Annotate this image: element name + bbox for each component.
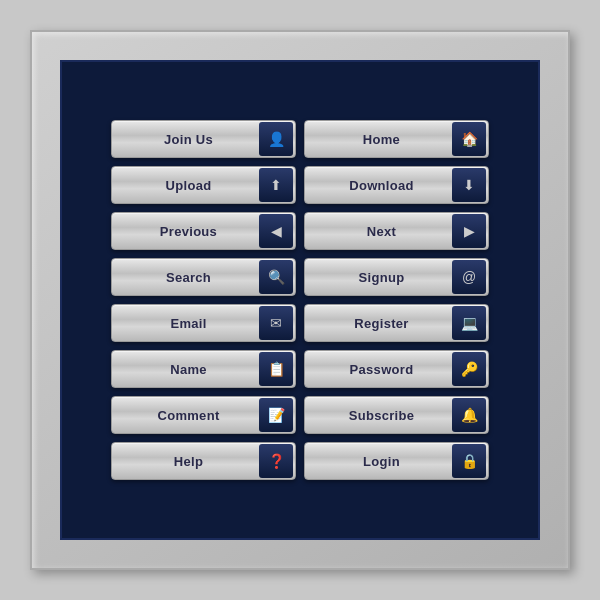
home-icon: 🏠 <box>452 122 486 156</box>
help-icon: ❓ <box>259 444 293 478</box>
next-label: Next <box>313 224 450 239</box>
upload-label: Upload <box>120 178 257 193</box>
email-icon: ✉ <box>259 306 293 340</box>
password-button[interactable]: Password🔑 <box>304 350 489 388</box>
join-us-icon: 👤 <box>259 122 293 156</box>
home-label: Home <box>313 132 450 147</box>
comment-icon: 📝 <box>259 398 293 432</box>
subscribe-label: Subscribe <box>313 408 450 423</box>
button-grid: Join Us👤Home🏠Upload⬆Download⬇Previous◀Ne… <box>95 104 505 496</box>
download-button[interactable]: Download⬇ <box>304 166 489 204</box>
search-icon: 🔍 <box>259 260 293 294</box>
login-button[interactable]: Login🔒 <box>304 442 489 480</box>
register-button[interactable]: Register💻 <box>304 304 489 342</box>
name-icon: 📋 <box>259 352 293 386</box>
comment-label: Comment <box>120 408 257 423</box>
outer-frame: Join Us👤Home🏠Upload⬆Download⬇Previous◀Ne… <box>30 30 570 570</box>
previous-button[interactable]: Previous◀ <box>111 212 296 250</box>
email-label: Email <box>120 316 257 331</box>
help-label: Help <box>120 454 257 469</box>
password-label: Password <box>313 362 450 377</box>
previous-icon: ◀ <box>259 214 293 248</box>
join-us-button[interactable]: Join Us👤 <box>111 120 296 158</box>
register-label: Register <box>313 316 450 331</box>
help-button[interactable]: Help❓ <box>111 442 296 480</box>
upload-button[interactable]: Upload⬆ <box>111 166 296 204</box>
login-icon: 🔒 <box>452 444 486 478</box>
password-icon: 🔑 <box>452 352 486 386</box>
login-label: Login <box>313 454 450 469</box>
download-label: Download <box>313 178 450 193</box>
previous-label: Previous <box>120 224 257 239</box>
name-button[interactable]: Name📋 <box>111 350 296 388</box>
signup-icon: @ <box>452 260 486 294</box>
signup-button[interactable]: Signup@ <box>304 258 489 296</box>
search-label: Search <box>120 270 257 285</box>
download-icon: ⬇ <box>452 168 486 202</box>
inner-panel: Join Us👤Home🏠Upload⬆Download⬇Previous◀Ne… <box>60 60 540 540</box>
next-button[interactable]: Next▶ <box>304 212 489 250</box>
register-icon: 💻 <box>452 306 486 340</box>
subscribe-button[interactable]: Subscribe🔔 <box>304 396 489 434</box>
next-icon: ▶ <box>452 214 486 248</box>
search-button[interactable]: Search🔍 <box>111 258 296 296</box>
name-label: Name <box>120 362 257 377</box>
home-button[interactable]: Home🏠 <box>304 120 489 158</box>
comment-button[interactable]: Comment📝 <box>111 396 296 434</box>
email-button[interactable]: Email✉ <box>111 304 296 342</box>
signup-label: Signup <box>313 270 450 285</box>
upload-icon: ⬆ <box>259 168 293 202</box>
join-us-label: Join Us <box>120 132 257 147</box>
subscribe-icon: 🔔 <box>452 398 486 432</box>
